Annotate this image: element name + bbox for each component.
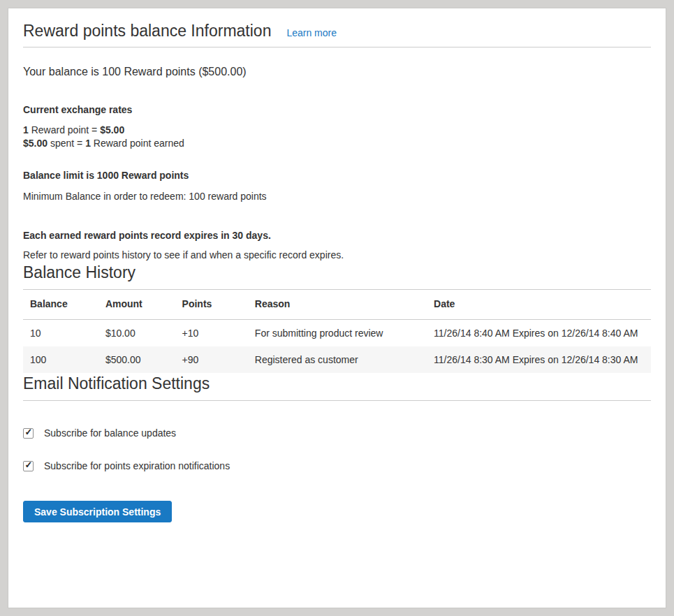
table-cell: +90 xyxy=(175,346,248,373)
balance-summary: Your balance is 100 Reward points ($500.… xyxy=(23,64,651,80)
minimum-balance-line: Minimum Balance in order to redeem: 100 … xyxy=(23,189,651,203)
table-cell: 11/26/14 8:30 AM Expires on 12/26/14 8:3… xyxy=(427,346,651,373)
subscribe-balance-updates-row: Subscribe for balance updates xyxy=(23,426,651,440)
balance-history-heading: Balance History xyxy=(23,262,651,290)
table-cell: 11/26/14 8:40 AM Expires on 12/26/14 8:4… xyxy=(427,320,651,347)
reward-points-card: Reward points balance Information Learn … xyxy=(8,8,666,608)
table-cell: +10 xyxy=(175,320,248,347)
table-cell: $10.00 xyxy=(98,320,175,347)
table-column-header: Points xyxy=(175,290,248,320)
table-column-header: Reason xyxy=(248,290,427,320)
exchange-rate-line: $5.00 spent = 1 Reward point earned xyxy=(23,137,651,150)
balance-limit-line: Balance limit is 1000 Reward points xyxy=(23,168,651,182)
table-header-row: BalanceAmountPointsReasonDate xyxy=(23,290,651,320)
page-title-row: Reward points balance Information Learn … xyxy=(23,21,651,47)
table-cell: For submitting product review xyxy=(248,320,427,347)
subscribe-expiration-label[interactable]: Subscribe for points expiration notifica… xyxy=(44,459,230,473)
table-cell: $500.00 xyxy=(98,346,175,373)
subscribe-expiration-checkbox[interactable] xyxy=(23,461,34,471)
save-subscription-settings-button[interactable]: Save Subscription Settings xyxy=(23,501,172,522)
exchange-rates-lines: 1 Reward point = $5.00 $5.00 spent = 1 R… xyxy=(23,124,651,150)
expiry-line: Each earned reward points record expires… xyxy=(23,228,651,242)
email-notification-heading: Email Notification Settings xyxy=(23,373,651,401)
page-title: Reward points balance Information xyxy=(23,21,271,41)
table-row: 100$500.00+90Registered as customer11/26… xyxy=(23,346,651,373)
table-cell: 100 xyxy=(23,346,98,373)
balance-history-table: BalanceAmountPointsReasonDate 10$10.00+1… xyxy=(23,290,651,373)
table-cell: 10 xyxy=(23,320,98,347)
learn-more-link[interactable]: Learn more xyxy=(286,27,337,38)
exchange-rate-line: 1 Reward point = $5.00 xyxy=(23,124,651,137)
balance-history-body: 10$10.00+10For submitting product review… xyxy=(23,320,651,374)
subscribe-balance-updates-checkbox[interactable] xyxy=(23,428,34,439)
table-column-header: Date xyxy=(427,290,651,320)
table-row: 10$10.00+10For submitting product review… xyxy=(23,320,651,347)
subscribe-expiration-row: Subscribe for points expiration notifica… xyxy=(23,459,651,473)
expiry-note: Refer to reward points history to see if… xyxy=(23,248,651,262)
exchange-rates-heading: Current exchange rates xyxy=(23,103,651,117)
table-cell: Registered as customer xyxy=(248,346,427,373)
table-column-header: Balance xyxy=(23,290,98,320)
subscribe-balance-updates-label[interactable]: Subscribe for balance updates xyxy=(44,426,176,440)
table-column-header: Amount xyxy=(98,290,175,320)
